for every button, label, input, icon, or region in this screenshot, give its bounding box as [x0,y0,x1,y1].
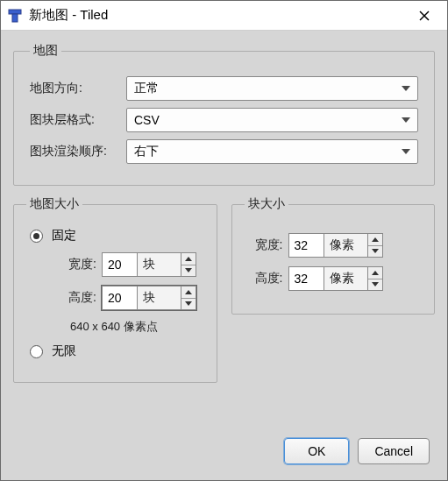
spin-down-button[interactable] [181,265,196,277]
chevron-up-icon [372,237,379,242]
render-order-select[interactable]: 右下 [126,139,418,164]
fixed-label: 固定 [52,228,76,244]
tile-width-value: 32 [288,233,324,258]
tile-height-spinner[interactable]: 32 像素 [288,266,383,291]
map-width-spinner[interactable]: 20 块 [102,252,196,277]
app-icon [8,9,22,23]
spin-down-button[interactable] [368,246,382,258]
svg-rect-0 [9,10,21,14]
window-title: 新地图 - Tiled [29,7,410,24]
tile-height-unit: 像素 [324,266,367,291]
chevron-down-icon [372,249,379,253]
chevron-down-icon [402,117,410,123]
map-height-value: 20 [102,286,137,310]
orientation-label: 地图方向: [30,81,126,96]
render-order-value: 右下 [134,144,402,159]
dialog-body: 地图 地图方向: 正常 图块层格式: CSV 图块渲染顺序: 右下 [1,31,447,480]
layer-format-label: 图块层格式: [30,112,126,128]
chevron-up-icon [185,290,192,294]
map-height-unit: 块 [137,286,181,310]
tile-height-value: 32 [288,266,324,291]
new-map-dialog: 新地图 - Tiled 地图 地图方向: 正常 图块层格式: CSV [0,0,448,481]
orientation-select[interactable]: 正常 [126,76,418,101]
radio-icon [30,230,43,243]
orientation-value: 正常 [134,81,402,96]
map-height-spinner[interactable]: 20 块 [102,286,196,310]
layer-format-value: CSV [134,113,402,127]
cancel-button[interactable]: Cancel [358,438,430,464]
close-icon [419,11,430,21]
chevron-down-icon [372,282,379,286]
tile-size-group: 块大小 宽度: 32 像素 高度: 32 像素 [231,196,436,315]
radio-icon [30,345,43,358]
spin-up-button[interactable] [368,267,382,279]
chevron-down-icon [185,301,192,306]
chevron-up-icon [372,271,379,275]
map-legend: 地图 [30,43,61,59]
map-width-value: 20 [102,252,137,277]
chevron-down-icon [185,268,192,272]
spin-down-button[interactable] [181,299,196,310]
tile-width-label: 宽度: [245,237,283,253]
pixel-size-hint: 640 x 640 像素点 [70,319,204,335]
tile-width-spinner[interactable]: 32 像素 [288,233,383,258]
spin-up-button[interactable] [368,234,382,246]
chevron-down-icon [402,149,410,154]
infinite-label: 无限 [52,343,76,359]
chevron-down-icon [402,86,410,91]
layer-format-select[interactable]: CSV [126,108,418,132]
fixed-radio[interactable]: 固定 [30,228,204,244]
map-width-unit: 块 [137,252,181,277]
render-order-label: 图块渲染顺序: [30,144,126,159]
map-width-label: 宽度: [58,257,96,272]
chevron-up-icon [185,257,192,261]
infinite-radio[interactable]: 无限 [30,343,204,359]
tile-size-legend: 块大小 [245,196,288,212]
map-size-legend: 地图大小 [26,196,82,212]
map-height-label: 高度: [58,290,96,306]
tile-width-unit: 像素 [324,233,367,258]
close-button[interactable] [410,5,438,26]
map-size-group: 地图大小 固定 宽度: 20 块 高度: 20 [13,196,217,383]
dialog-footer: OK Cancel [13,424,435,468]
spin-up-button[interactable] [181,253,196,265]
spin-up-button[interactable] [181,286,196,299]
tile-height-label: 高度: [245,271,283,286]
spin-down-button[interactable] [368,279,382,291]
ok-button[interactable]: OK [284,438,349,464]
titlebar: 新地图 - Tiled [1,1,447,31]
map-group: 地图 地图方向: 正常 图块层格式: CSV 图块渲染顺序: 右下 [13,43,435,186]
svg-rect-1 [12,14,18,22]
